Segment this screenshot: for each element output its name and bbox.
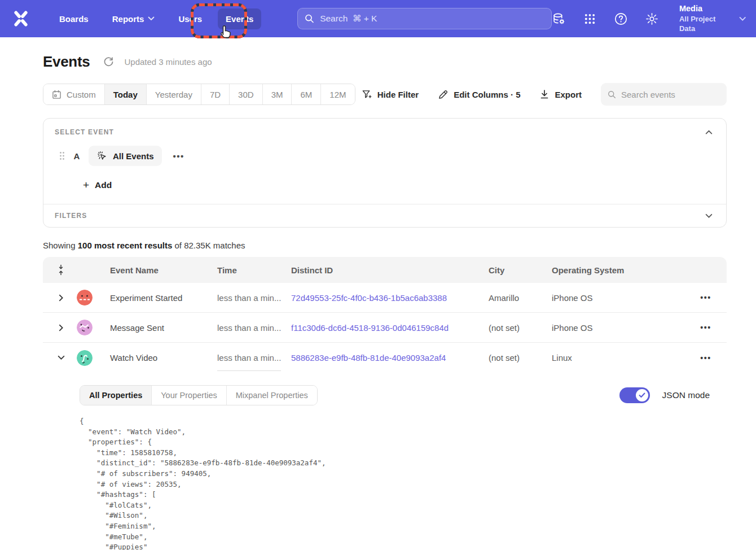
collapse-row-button[interactable]: [54, 351, 68, 365]
collapse-all-button[interactable]: [54, 263, 68, 277]
event-avatar: [77, 290, 110, 305]
mixpanel-logo-icon: [12, 10, 29, 27]
edit-columns-button[interactable]: Edit Columns · 5: [438, 89, 520, 100]
json-mode-toggle[interactable]: [619, 387, 650, 403]
col-header-city[interactable]: City: [489, 265, 552, 275]
chevron-right-icon: [59, 294, 64, 302]
mixpanel-logo[interactable]: [10, 7, 31, 30]
col-header-os[interactable]: Operating System: [552, 265, 685, 275]
nav-item-reports[interactable]: Reports: [104, 8, 163, 29]
filters-section[interactable]: FILTERS: [43, 204, 726, 227]
project-scope: All Project Data: [679, 15, 731, 34]
results-summary: Showing 100 most recent results of 82.35…: [43, 241, 727, 250]
search-events-input[interactable]: [621, 90, 720, 99]
nav-item-boards[interactable]: Boards: [51, 8, 96, 29]
distinct-id-link[interactable]: f11c30d6-dc6d-4518-9136-0d046159c84d: [291, 323, 449, 333]
cell-event-name: Message Sent: [110, 323, 217, 333]
nav-item-users[interactable]: Users: [170, 8, 210, 29]
date-range-label: 12M: [329, 90, 346, 99]
tab-all-properties[interactable]: All Properties: [80, 386, 152, 405]
table-row[interactable]: Message Sent less than a min... f11c30d6…: [43, 313, 727, 343]
date-range-30d[interactable]: 30D: [230, 84, 263, 104]
magic-cursor-icon: [96, 150, 108, 161]
expand-filters-button[interactable]: [703, 212, 715, 220]
nav-item-label: Users: [178, 14, 202, 24]
cell-city: (not set): [489, 323, 552, 333]
search-icon: [305, 14, 314, 24]
refresh-button[interactable]: [103, 56, 114, 67]
event-options-button[interactable]: •••: [170, 149, 188, 163]
col-header-time[interactable]: Time: [217, 265, 291, 275]
events-table: Event Name Time Distinct ID City Operati…: [43, 257, 727, 550]
tab-mixpanel-properties[interactable]: Mixpanel Properties: [227, 386, 317, 405]
chevron-down-icon: [58, 355, 65, 360]
search-events-box[interactable]: [601, 83, 727, 106]
cell-event-name: Experiment Started: [110, 293, 217, 303]
settings-gear-icon[interactable]: [645, 11, 659, 26]
navbar-right: Media All Project Data: [552, 3, 746, 33]
global-search[interactable]: [297, 8, 552, 29]
cell-city: Amarillo: [489, 293, 552, 303]
project-switcher[interactable]: Media All Project Data: [679, 3, 746, 33]
toggle-knob: [636, 389, 648, 401]
chevron-down-icon: [148, 16, 155, 21]
apps-grid-icon[interactable]: [583, 11, 597, 26]
export-button[interactable]: Export: [539, 89, 582, 99]
results-suffix: of 82.35K matches: [172, 241, 245, 250]
cell-time: less than a min...: [217, 293, 291, 303]
date-range-today[interactable]: Today: [105, 84, 147, 104]
collapse-section-button[interactable]: [703, 129, 715, 136]
global-search-input[interactable]: [320, 14, 544, 24]
distinct-id-link[interactable]: 5886283e-e9fb-48fb-81de-40e9093a2af4: [291, 353, 446, 363]
table-row[interactable]: Experiment Started less than a min... 72…: [43, 283, 727, 313]
distinct-id-link[interactable]: 72d49553-25fc-4f0c-b436-1b5ac6ab3388: [291, 293, 447, 303]
add-event-button[interactable]: + Add: [83, 180, 715, 190]
tab-label: Your Properties: [161, 391, 217, 400]
date-range-label: Today: [113, 90, 138, 99]
plus-icon: +: [83, 180, 89, 190]
event-row-letter: A: [73, 151, 81, 161]
filter-toolbar-row: Custom Today Yesterday 7D 30D 3M 6M 12M …: [43, 83, 727, 106]
nav-item-events[interactable]: Events: [218, 8, 261, 29]
cell-os: Linux: [552, 353, 685, 363]
nav-item-label: Reports: [112, 14, 144, 24]
expand-row-button[interactable]: [54, 321, 68, 334]
row-menu-button[interactable]: •••: [685, 353, 727, 363]
date-range-7d[interactable]: 7D: [201, 84, 230, 104]
help-icon[interactable]: [614, 11, 628, 26]
date-range-12m[interactable]: 12M: [321, 84, 354, 104]
hide-filter-label: Hide Filter: [377, 90, 419, 99]
date-range-label: 30D: [238, 90, 254, 99]
cell-distinct-id: 5886283e-e9fb-48fb-81de-40e9093a2af4: [291, 353, 489, 363]
cell-os: iPhone OS: [552, 293, 685, 303]
row-menu-button[interactable]: •••: [685, 323, 727, 332]
cell-time: less than a min...: [217, 353, 291, 363]
tab-label: All Properties: [89, 391, 142, 400]
date-range-custom[interactable]: Custom: [43, 84, 105, 104]
event-row: A All Events ••: [55, 146, 715, 166]
nav-item-label: Events: [226, 14, 253, 24]
date-range-yesterday[interactable]: Yesterday: [147, 84, 201, 104]
date-range-label: Custom: [67, 90, 96, 99]
event-chip-label: All Events: [113, 151, 154, 161]
date-range-3m[interactable]: 3M: [263, 84, 292, 104]
event-json-viewer[interactable]: { "event": "Watch Video", "properties": …: [80, 416, 715, 550]
date-range-6m[interactable]: 6M: [292, 84, 321, 104]
data-management-icon[interactable]: [552, 11, 566, 26]
event-selector-chip[interactable]: All Events: [89, 146, 162, 166]
expand-row-button[interactable]: [54, 291, 68, 304]
cell-time: less than a min...: [217, 323, 291, 333]
nav-item-label: Boards: [59, 14, 89, 24]
col-header-distinct-id[interactable]: Distinct ID: [291, 265, 489, 275]
row-menu-button[interactable]: •••: [685, 293, 727, 302]
select-event-label: SELECT EVENT: [55, 128, 114, 136]
drag-handle-icon[interactable]: [59, 151, 65, 160]
project-switcher-text: Media All Project Data: [679, 3, 731, 33]
download-icon: [539, 89, 550, 99]
table-row-expanded[interactable]: Watch Video less than a min... 5886283e-…: [43, 343, 727, 373]
hide-filter-button[interactable]: Hide Filter: [362, 89, 419, 100]
select-event-section: SELECT EVENT A: [43, 119, 726, 204]
properties-tabs: All Properties Your Properties Mixpanel …: [80, 385, 318, 405]
col-header-event-name[interactable]: Event Name: [110, 265, 217, 275]
tab-your-properties[interactable]: Your Properties: [152, 386, 226, 405]
